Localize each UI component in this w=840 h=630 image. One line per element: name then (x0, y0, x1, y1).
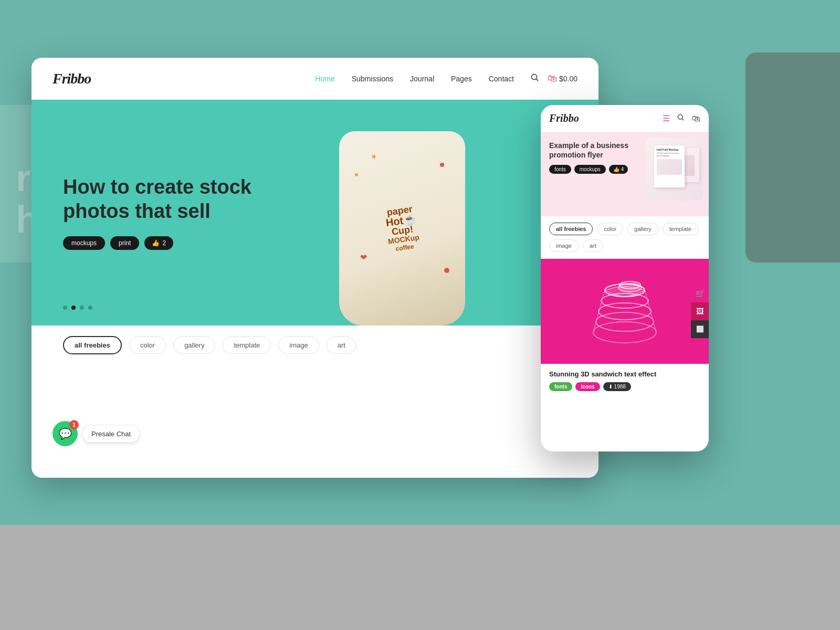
dot-4[interactable] (88, 306, 92, 310)
downloads-count: 1988 (614, 384, 626, 390)
svg-point-0 (531, 74, 537, 79)
3d-text-svg (572, 267, 677, 356)
likes-count: 2 (162, 239, 166, 247)
bg-bottom (0, 525, 840, 630)
mobile-hero: Example of a business promotion flyer fo… (541, 132, 709, 216)
side-btn-window[interactable]: ⬜ (691, 320, 709, 338)
mobile-card-title: Stunning 3D sandwich text effect (549, 370, 700, 378)
nav-link-journal[interactable]: Journal (410, 75, 434, 83)
filter-image[interactable]: image (278, 337, 319, 354)
cart-button[interactable]: 🛍 $0.00 (548, 73, 578, 84)
mobile-card: 🛒 🖼 ⬜ (541, 259, 709, 364)
dot-2[interactable] (71, 306, 76, 310)
desktop-filter: all freebies color gallery template imag… (32, 326, 598, 365)
svg-line-3 (682, 119, 684, 120)
mobile-nav: Fribbo ☰ 🛍 (541, 105, 709, 132)
download-icon: ⬇ (608, 384, 613, 390)
mobile-hero-title: Example of a business promotion flyer (549, 141, 633, 160)
mobile-card-info: Stunning 3D sandwich text effect fonts i… (541, 364, 709, 395)
mobile-filter-gallery[interactable]: gallery (627, 223, 658, 235)
chat-widget: 💬 Presale Chat (52, 421, 139, 446)
mobile-tag-fonts[interactable]: fonts (549, 165, 571, 174)
nav-link-pages[interactable]: Pages (451, 75, 472, 83)
mobile-likes-count: 4 (621, 166, 624, 172)
bg-blur-right (746, 52, 840, 262)
desktop-hero: How to create stock photos that sell moc… (32, 100, 598, 326)
svg-point-12 (620, 281, 640, 289)
mobile-card-tag-fonts[interactable]: fonts (549, 382, 572, 391)
mobile-side-buttons: 🛒 🖼 ⬜ (691, 285, 709, 338)
cup-text: paper Hot☕ Cup! MOCKup coffee (383, 204, 421, 253)
filter-art[interactable]: art (327, 337, 356, 354)
side-btn-cart[interactable]: 🛒 (691, 285, 709, 302)
chat-icon: 💬 (59, 427, 72, 440)
side-cart-icon: 🛒 (696, 289, 705, 298)
desktop-logo: Fribbo (52, 70, 91, 87)
mobile-menu-icon[interactable]: ☰ (663, 113, 670, 123)
side-image-icon: 🖼 (696, 307, 704, 316)
nav-icons: 🛍 $0.00 (531, 73, 578, 84)
svg-line-1 (536, 79, 538, 81)
slider-dots (63, 306, 92, 310)
desktop-mockup: Fribbo Home Submissions Journal Pages Co… (32, 58, 598, 478)
side-window-icon: ⬜ (696, 326, 704, 333)
mobile-tag-mockups[interactable]: mockups (574, 165, 606, 174)
mobile-card-container: 🛒 🖼 ⬜ Stunning 3D sandwich text effect f… (541, 259, 709, 395)
tag-print[interactable]: print (110, 236, 139, 250)
hero-tags: mockups print 👍 2 (63, 236, 262, 250)
mobile-card-downloads: ⬇ 1988 (603, 382, 631, 391)
mobile-card-tags: fonts icons ⬇ 1988 (549, 382, 700, 391)
nav-link-submissions[interactable]: Submissions (352, 75, 393, 83)
desktop-nav-links: Home Submissions Journal Pages Contact (315, 75, 514, 83)
tag-likes: 👍 2 (144, 236, 173, 250)
mobile-tag-likes: 👍 4 (609, 165, 628, 174)
mobile-mockup: Fribbo ☰ 🛍 Example of a business promoti… (541, 105, 709, 452)
dot-1[interactable] (63, 306, 67, 310)
filter-gallery[interactable]: gallery (173, 337, 215, 354)
mobile-search-icon[interactable] (677, 114, 685, 123)
hero-title: How to create stock photos that sell (63, 175, 262, 223)
search-button[interactable] (531, 74, 539, 84)
filter-template[interactable]: template (223, 337, 271, 354)
mobile-card-tag-icons[interactable]: icons (575, 382, 600, 391)
mobile-filter: all freebies color gallery template imag… (541, 216, 709, 259)
filter-all-freebies[interactable]: all freebies (63, 336, 122, 354)
mobile-filter-image[interactable]: image (549, 239, 579, 252)
cart-icon: 🛍 (548, 73, 557, 84)
mobile-nav-icons: ☰ 🛍 (663, 113, 700, 123)
mobile-logo: Fribbo (549, 112, 579, 124)
desktop-nav: Fribbo Home Submissions Journal Pages Co… (32, 58, 598, 100)
mobile-filter-template[interactable]: template (663, 223, 698, 235)
nav-link-home[interactable]: Home (315, 75, 334, 83)
side-btn-image[interactable]: 🖼 (691, 302, 709, 320)
hero-content: How to create stock photos that sell moc… (63, 175, 262, 249)
chat-bubble-button[interactable]: 💬 (52, 421, 78, 446)
promo-flyer-main: Half Fold Mockup US format and resource … (654, 145, 685, 187)
mobile-thumbs-icon: 👍 (613, 166, 620, 172)
svg-point-2 (678, 114, 682, 119)
tag-mockups[interactable]: mockups (63, 236, 105, 250)
cart-price: $0.00 (559, 75, 578, 83)
mobile-filter-color[interactable]: color (597, 223, 623, 235)
thumbs-up-icon: 👍 (152, 239, 160, 247)
mobile-filter-art[interactable]: art (583, 239, 603, 252)
mobile-cart-icon[interactable]: 🛍 (692, 114, 700, 123)
chat-label: Presale Chat (83, 426, 139, 442)
nav-link-contact[interactable]: Contact (489, 75, 514, 83)
svg-point-4 (593, 322, 656, 343)
filter-color[interactable]: color (129, 337, 166, 354)
mobile-filter-all[interactable]: all freebies (549, 223, 593, 235)
mobile-promo-image: Half Fold Mockup US format and resource … (646, 138, 704, 201)
dot-3[interactable] (80, 306, 84, 310)
main-cup: paper Hot☕ Cup! MOCKup coffee ★ ❤ (339, 131, 465, 326)
